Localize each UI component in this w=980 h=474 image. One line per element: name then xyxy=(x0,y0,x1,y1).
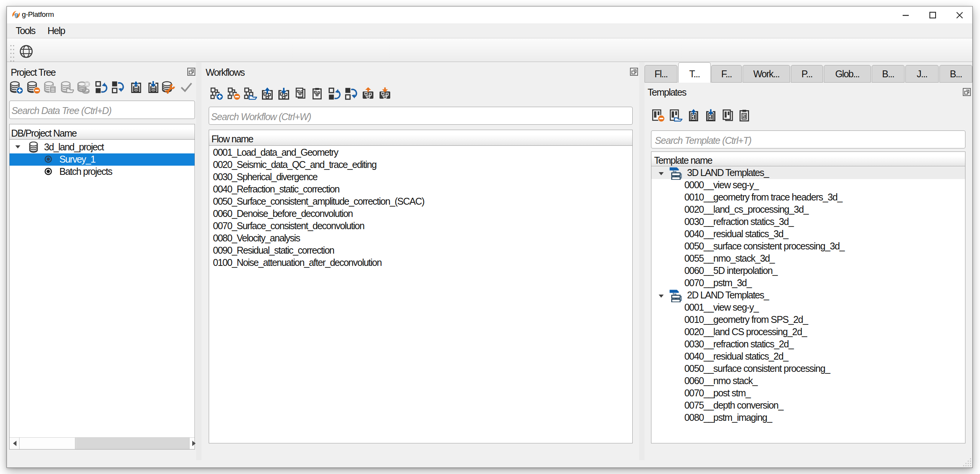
svg-text:g: g xyxy=(14,11,18,18)
